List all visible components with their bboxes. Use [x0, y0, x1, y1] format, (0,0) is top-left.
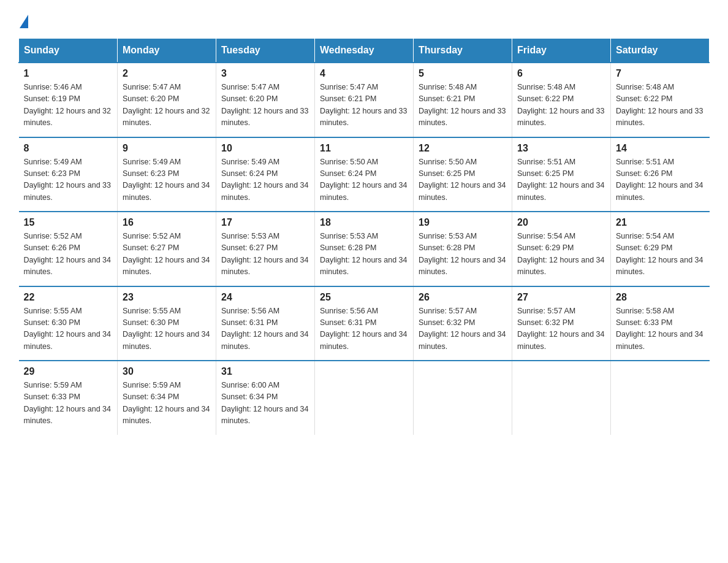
- calendar-cell: 26 Sunrise: 5:57 AMSunset: 6:32 PMDaylig…: [414, 286, 512, 361]
- day-info: Sunrise: 5:52 AMSunset: 6:27 PMDaylight:…: [123, 231, 211, 278]
- page-header: [18, 12, 710, 26]
- calendar-cell: 15 Sunrise: 5:52 AMSunset: 6:26 PMDaylig…: [19, 212, 118, 286]
- day-number: 25: [320, 292, 408, 303]
- day-info: Sunrise: 5:49 AMSunset: 6:23 PMDaylight:…: [123, 156, 211, 204]
- header-monday: Monday: [118, 39, 216, 63]
- day-info: Sunrise: 5:55 AMSunset: 6:30 PMDaylight:…: [24, 305, 113, 353]
- calendar-cell: 14 Sunrise: 5:51 AMSunset: 6:26 PMDaylig…: [611, 137, 710, 212]
- day-info: Sunrise: 5:53 AMSunset: 6:27 PMDaylight:…: [221, 231, 309, 278]
- day-info: Sunrise: 5:54 AMSunset: 6:29 PMDaylight:…: [517, 231, 605, 278]
- calendar-cell: 28 Sunrise: 5:58 AMSunset: 6:33 PMDaylig…: [611, 286, 710, 361]
- logo-triangle-icon: [20, 15, 28, 28]
- day-info: Sunrise: 5:47 AMSunset: 6:20 PMDaylight:…: [221, 82, 309, 129]
- calendar-cell: 10 Sunrise: 5:49 AMSunset: 6:24 PMDaylig…: [216, 137, 315, 212]
- calendar-cell: 8 Sunrise: 5:49 AMSunset: 6:23 PMDayligh…: [19, 137, 118, 212]
- day-number: 24: [221, 292, 309, 303]
- day-info: Sunrise: 5:59 AMSunset: 6:33 PMDaylight:…: [24, 380, 113, 427]
- calendar-week-row: 29 Sunrise: 5:59 AMSunset: 6:33 PMDaylig…: [19, 361, 710, 435]
- calendar-week-row: 15 Sunrise: 5:52 AMSunset: 6:26 PMDaylig…: [19, 212, 710, 286]
- day-number: 14: [616, 143, 705, 154]
- day-number: 13: [517, 143, 605, 154]
- day-info: Sunrise: 5:47 AMSunset: 6:20 PMDaylight:…: [123, 82, 211, 129]
- calendar-cell: 2 Sunrise: 5:47 AMSunset: 6:20 PMDayligh…: [118, 63, 216, 137]
- calendar-cell: 3 Sunrise: 5:47 AMSunset: 6:20 PMDayligh…: [216, 63, 315, 137]
- day-number: 23: [123, 292, 211, 303]
- calendar-cell: 18 Sunrise: 5:53 AMSunset: 6:28 PMDaylig…: [315, 212, 414, 286]
- day-info: Sunrise: 5:49 AMSunset: 6:24 PMDaylight:…: [221, 156, 309, 204]
- day-info: Sunrise: 5:52 AMSunset: 6:26 PMDaylight:…: [24, 231, 113, 278]
- day-info: Sunrise: 5:50 AMSunset: 6:25 PMDaylight:…: [419, 156, 507, 204]
- day-info: Sunrise: 6:00 AMSunset: 6:34 PMDaylight:…: [221, 380, 309, 427]
- day-number: 9: [123, 143, 211, 154]
- calendar-cell: 20 Sunrise: 5:54 AMSunset: 6:29 PMDaylig…: [512, 212, 611, 286]
- calendar-week-row: 8 Sunrise: 5:49 AMSunset: 6:23 PMDayligh…: [19, 137, 710, 212]
- day-number: 29: [24, 366, 113, 377]
- calendar-cell: 27 Sunrise: 5:57 AMSunset: 6:32 PMDaylig…: [512, 286, 611, 361]
- calendar-cell: 24 Sunrise: 5:56 AMSunset: 6:31 PMDaylig…: [216, 286, 315, 361]
- day-info: Sunrise: 5:56 AMSunset: 6:31 PMDaylight:…: [221, 305, 309, 353]
- day-number: 16: [123, 217, 211, 228]
- calendar-cell: 21 Sunrise: 5:54 AMSunset: 6:29 PMDaylig…: [611, 212, 710, 286]
- day-info: Sunrise: 5:55 AMSunset: 6:30 PMDaylight:…: [123, 305, 211, 353]
- calendar-cell: [512, 361, 611, 435]
- calendar-cell: 1 Sunrise: 5:46 AMSunset: 6:19 PMDayligh…: [19, 63, 118, 137]
- header-sunday: Sunday: [19, 39, 118, 63]
- calendar-cell: 11 Sunrise: 5:50 AMSunset: 6:24 PMDaylig…: [315, 137, 414, 212]
- day-number: 18: [320, 217, 408, 228]
- day-info: Sunrise: 5:57 AMSunset: 6:32 PMDaylight:…: [517, 305, 605, 353]
- calendar-cell: 31 Sunrise: 6:00 AMSunset: 6:34 PMDaylig…: [216, 361, 315, 435]
- header-tuesday: Tuesday: [216, 39, 315, 63]
- day-number: 7: [616, 68, 705, 79]
- day-info: Sunrise: 5:46 AMSunset: 6:19 PMDaylight:…: [24, 82, 113, 129]
- day-number: 19: [419, 217, 507, 228]
- day-info: Sunrise: 5:53 AMSunset: 6:28 PMDaylight:…: [320, 231, 408, 278]
- day-info: Sunrise: 5:50 AMSunset: 6:24 PMDaylight:…: [320, 156, 408, 204]
- calendar-week-row: 1 Sunrise: 5:46 AMSunset: 6:19 PMDayligh…: [19, 63, 710, 137]
- day-number: 1: [24, 68, 113, 79]
- day-number: 8: [24, 143, 113, 154]
- calendar-cell: 6 Sunrise: 5:48 AMSunset: 6:22 PMDayligh…: [512, 63, 611, 137]
- day-info: Sunrise: 5:57 AMSunset: 6:32 PMDaylight:…: [419, 305, 507, 353]
- calendar-cell: [414, 361, 512, 435]
- day-number: 12: [419, 143, 507, 154]
- day-info: Sunrise: 5:48 AMSunset: 6:21 PMDaylight:…: [419, 82, 507, 129]
- day-number: 15: [24, 217, 113, 228]
- day-info: Sunrise: 5:56 AMSunset: 6:31 PMDaylight:…: [320, 305, 408, 353]
- day-number: 30: [123, 366, 211, 377]
- day-number: 26: [419, 292, 507, 303]
- day-info: Sunrise: 5:51 AMSunset: 6:26 PMDaylight:…: [616, 156, 705, 204]
- calendar-cell: 25 Sunrise: 5:56 AMSunset: 6:31 PMDaylig…: [315, 286, 414, 361]
- calendar-cell: 22 Sunrise: 5:55 AMSunset: 6:30 PMDaylig…: [19, 286, 118, 361]
- day-info: Sunrise: 5:47 AMSunset: 6:21 PMDaylight:…: [320, 82, 408, 129]
- day-number: 4: [320, 68, 408, 79]
- calendar-cell: [611, 361, 710, 435]
- day-number: 10: [221, 143, 309, 154]
- calendar-cell: 16 Sunrise: 5:52 AMSunset: 6:27 PMDaylig…: [118, 212, 216, 286]
- calendar-header-row: SundayMondayTuesdayWednesdayThursdayFrid…: [19, 39, 710, 63]
- calendar-cell: 4 Sunrise: 5:47 AMSunset: 6:21 PMDayligh…: [315, 63, 414, 137]
- day-number: 27: [517, 292, 605, 303]
- day-number: 31: [221, 366, 309, 377]
- day-info: Sunrise: 5:58 AMSunset: 6:33 PMDaylight:…: [616, 305, 705, 353]
- header-wednesday: Wednesday: [315, 39, 414, 63]
- calendar-cell: 17 Sunrise: 5:53 AMSunset: 6:27 PMDaylig…: [216, 212, 315, 286]
- logo: [18, 12, 28, 26]
- day-number: 20: [517, 217, 605, 228]
- day-number: 21: [616, 217, 705, 228]
- day-info: Sunrise: 5:48 AMSunset: 6:22 PMDaylight:…: [616, 82, 705, 129]
- day-info: Sunrise: 5:54 AMSunset: 6:29 PMDaylight:…: [616, 231, 705, 278]
- header-thursday: Thursday: [414, 39, 512, 63]
- calendar-cell: 29 Sunrise: 5:59 AMSunset: 6:33 PMDaylig…: [19, 361, 118, 435]
- day-info: Sunrise: 5:59 AMSunset: 6:34 PMDaylight:…: [123, 380, 211, 427]
- day-number: 17: [221, 217, 309, 228]
- calendar-cell: 9 Sunrise: 5:49 AMSunset: 6:23 PMDayligh…: [118, 137, 216, 212]
- day-number: 5: [419, 68, 507, 79]
- calendar-cell: 30 Sunrise: 5:59 AMSunset: 6:34 PMDaylig…: [118, 361, 216, 435]
- day-number: 6: [517, 68, 605, 79]
- header-friday: Friday: [512, 39, 611, 63]
- day-info: Sunrise: 5:48 AMSunset: 6:22 PMDaylight:…: [517, 82, 605, 129]
- day-number: 22: [24, 292, 113, 303]
- day-info: Sunrise: 5:53 AMSunset: 6:28 PMDaylight:…: [419, 231, 507, 278]
- day-info: Sunrise: 5:49 AMSunset: 6:23 PMDaylight:…: [24, 156, 113, 204]
- calendar-cell: [315, 361, 414, 435]
